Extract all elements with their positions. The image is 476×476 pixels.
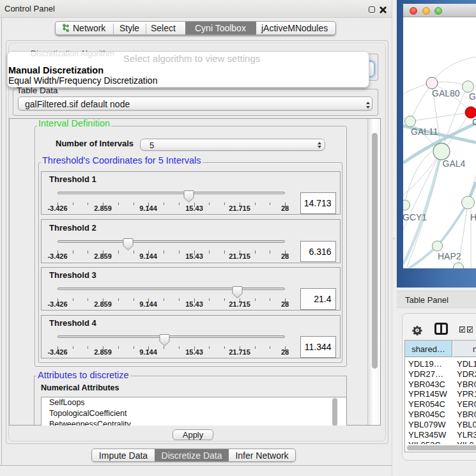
svg-text:GAL11: GAL11: [411, 127, 438, 137]
svg-text:H: H: [470, 212, 476, 222]
svg-text:GAL4: GAL4: [443, 158, 466, 169]
svg-text:GCY1: GCY1: [403, 212, 427, 222]
svg-text:GAL80: GAL80: [432, 88, 460, 98]
svg-text:GA: GA: [469, 91, 476, 102]
svg-text:HAP2: HAP2: [438, 251, 461, 261]
svg-text:C: C: [472, 117, 476, 127]
